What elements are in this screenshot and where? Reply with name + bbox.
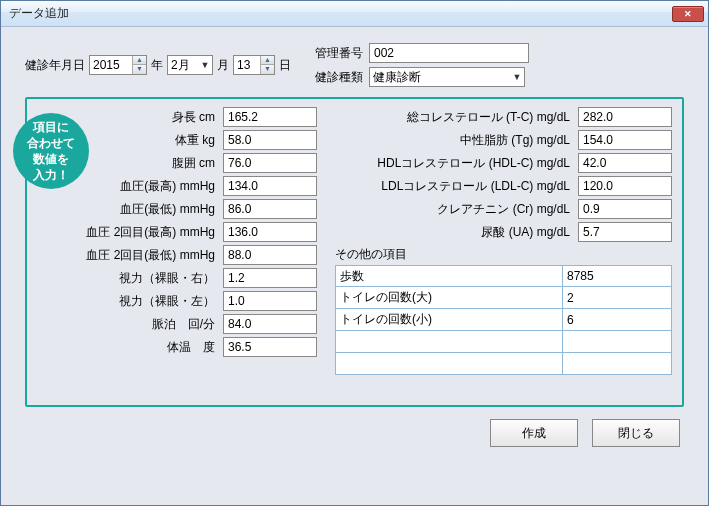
form-row: 尿酸 (UA) mg/dL bbox=[335, 222, 672, 242]
field-label: 体温 度 bbox=[73, 339, 219, 356]
highlight-frame: 身長 cm体重 kg腹囲 cm血圧(最高) mmHg血圧(最低) mmHg血圧 … bbox=[25, 97, 684, 407]
other-value-input[interactable] bbox=[562, 353, 672, 375]
form-row: HDLコレステロール (HDL-C) mg/dL bbox=[335, 153, 672, 173]
form-row: 血圧 2回目(最低) mmHg bbox=[73, 245, 317, 265]
other-name-input[interactable] bbox=[335, 309, 562, 331]
other-name-input[interactable] bbox=[335, 265, 562, 287]
mgmt-id-label: 管理番号 bbox=[315, 45, 363, 62]
field-label: 腹囲 cm bbox=[73, 155, 219, 172]
mgmt-type-combo[interactable]: ▼ bbox=[369, 67, 525, 87]
date-label: 健診年月日 bbox=[25, 57, 85, 74]
other-name-input[interactable] bbox=[335, 331, 562, 353]
form-row: LDLコレステロール (LDL-C) mg/dL bbox=[335, 176, 672, 196]
field-label: 血圧(最低) mmHg bbox=[73, 201, 219, 218]
field-label: クレアチニン (Cr) mg/dL bbox=[335, 201, 574, 218]
form-row: 腹囲 cm bbox=[73, 153, 317, 173]
field-input[interactable] bbox=[578, 130, 672, 150]
day-spinner[interactable]: ▲▼ bbox=[233, 55, 275, 75]
dropdown-arrow-icon[interactable]: ▼ bbox=[510, 72, 524, 82]
month-combo[interactable]: ▼ bbox=[167, 55, 213, 75]
form-row: 総コレステロール (T-C) mg/dL bbox=[335, 107, 672, 127]
top-row: 健診年月日 ▲▼ 年 ▼ 月 ▲▼ 日 管理番号 bbox=[25, 43, 684, 87]
month-input[interactable] bbox=[168, 56, 198, 74]
form-row: 体温 度 bbox=[73, 337, 317, 357]
form-row: 血圧 2回目(最高) mmHg bbox=[73, 222, 317, 242]
form-row: 視力（裸眼・右） bbox=[73, 268, 317, 288]
form-row: 脈泊 回/分 bbox=[73, 314, 317, 334]
field-input[interactable] bbox=[223, 153, 317, 173]
field-input[interactable] bbox=[223, 176, 317, 196]
field-label: 脈泊 回/分 bbox=[73, 316, 219, 333]
other-name-input[interactable] bbox=[335, 353, 562, 375]
field-label: 体重 kg bbox=[73, 132, 219, 149]
other-value-input[interactable] bbox=[562, 265, 672, 287]
field-input[interactable] bbox=[223, 291, 317, 311]
mgmt-type-label: 健診種類 bbox=[315, 69, 363, 86]
other-value-input[interactable] bbox=[562, 287, 672, 309]
field-input[interactable] bbox=[578, 199, 672, 219]
close-button[interactable]: 閉じる bbox=[592, 419, 680, 447]
field-input[interactable] bbox=[578, 153, 672, 173]
window-title: データ追加 bbox=[9, 5, 672, 22]
other-row bbox=[335, 287, 672, 309]
day-down-icon[interactable]: ▼ bbox=[261, 65, 274, 74]
form-row: 体重 kg bbox=[73, 130, 317, 150]
field-input[interactable] bbox=[223, 107, 317, 127]
field-input[interactable] bbox=[223, 199, 317, 219]
other-header: その他の項目 bbox=[335, 246, 672, 263]
other-row bbox=[335, 353, 672, 375]
form-row: 血圧(最高) mmHg bbox=[73, 176, 317, 196]
other-value-input[interactable] bbox=[562, 309, 672, 331]
other-row bbox=[335, 309, 672, 331]
field-label: LDLコレステロール (LDL-C) mg/dL bbox=[335, 178, 574, 195]
month-unit: 月 bbox=[217, 57, 229, 74]
year-down-icon[interactable]: ▼ bbox=[133, 65, 146, 74]
field-input[interactable] bbox=[223, 222, 317, 242]
field-label: 血圧 2回目(最低) mmHg bbox=[73, 247, 219, 264]
field-label: 身長 cm bbox=[73, 109, 219, 126]
other-name-input[interactable] bbox=[335, 287, 562, 309]
day-unit: 日 bbox=[279, 57, 291, 74]
dialog-window: データ追加 ✕ 健診年月日 ▲▼ 年 ▼ 月 ▲▼ 日 bbox=[0, 0, 709, 506]
field-input[interactable] bbox=[223, 245, 317, 265]
other-row bbox=[335, 265, 672, 287]
field-label: 尿酸 (UA) mg/dL bbox=[335, 224, 574, 241]
field-label: HDLコレステロール (HDL-C) mg/dL bbox=[335, 155, 574, 172]
other-row bbox=[335, 331, 672, 353]
field-input[interactable] bbox=[223, 314, 317, 334]
dropdown-arrow-icon[interactable]: ▼ bbox=[198, 60, 212, 70]
year-input[interactable] bbox=[90, 56, 132, 74]
field-label: 中性脂肪 (Tg) mg/dL bbox=[335, 132, 574, 149]
field-input[interactable] bbox=[578, 222, 672, 242]
day-up-icon[interactable]: ▲ bbox=[261, 56, 274, 65]
other-grid bbox=[335, 265, 672, 375]
form-row: 視力（裸眼・左） bbox=[73, 291, 317, 311]
day-input[interactable] bbox=[234, 56, 260, 74]
mgmt-column: 管理番号 健診種類 ▼ bbox=[315, 43, 529, 87]
button-row: 作成 閉じる bbox=[25, 419, 684, 447]
field-label: 視力（裸眼・右） bbox=[73, 270, 219, 287]
field-label: 血圧 2回目(最高) mmHg bbox=[73, 224, 219, 241]
year-up-icon[interactable]: ▲ bbox=[133, 56, 146, 65]
field-label: 視力（裸眼・左） bbox=[73, 293, 219, 310]
create-button[interactable]: 作成 bbox=[490, 419, 578, 447]
field-input[interactable] bbox=[223, 130, 317, 150]
window-close-button[interactable]: ✕ bbox=[672, 6, 704, 22]
right-form: 総コレステロール (T-C) mg/dL中性脂肪 (Tg) mg/dLHDLコレ… bbox=[335, 107, 672, 397]
field-input[interactable] bbox=[578, 107, 672, 127]
field-input[interactable] bbox=[223, 337, 317, 357]
form-row: 中性脂肪 (Tg) mg/dL bbox=[335, 130, 672, 150]
form-row: クレアチニン (Cr) mg/dL bbox=[335, 199, 672, 219]
field-input[interactable] bbox=[223, 268, 317, 288]
mgmt-type-input[interactable] bbox=[370, 68, 510, 86]
titlebar: データ追加 ✕ bbox=[1, 1, 708, 27]
field-input[interactable] bbox=[578, 176, 672, 196]
form-row: 身長 cm bbox=[73, 107, 317, 127]
dialog-body: 健診年月日 ▲▼ 年 ▼ 月 ▲▼ 日 管理番号 bbox=[1, 27, 708, 505]
hint-callout: 項目に 合わせて 数値を 入力！ bbox=[13, 113, 89, 189]
other-value-input[interactable] bbox=[562, 331, 672, 353]
form-row: 血圧(最低) mmHg bbox=[73, 199, 317, 219]
mgmt-id-input[interactable] bbox=[369, 43, 529, 63]
year-spinner[interactable]: ▲▼ bbox=[89, 55, 147, 75]
field-label: 総コレステロール (T-C) mg/dL bbox=[335, 109, 574, 126]
